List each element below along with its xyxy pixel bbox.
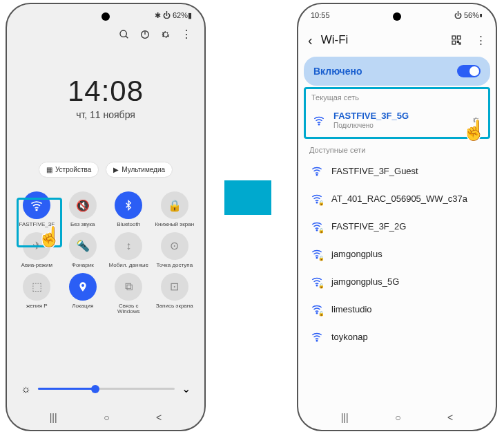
clock-date: чт, 11 ноября [7,109,204,120]
svg-point-14 [316,257,318,258]
slider-thumb[interactable] [91,385,99,393]
nav-home[interactable]: ○ [104,412,109,423]
wifi-icon [311,164,323,177]
brightness-slider[interactable]: ☼ ⌄ [21,382,191,395]
current-network-row[interactable]: FASTFIVE_3F_5G Подключено [306,103,488,137]
page-title: Wi-Fi [321,33,437,47]
status-bar: ✱ ⏻ 62%▮ [155,11,192,20]
chevron-down-icon[interactable]: ⌄ [182,382,191,395]
network-name: limestudio [331,304,372,314]
tile-icon: ⧉ [115,273,142,301]
slider-track[interactable] [38,388,175,390]
status-bar: ⏻ 56%▮ [454,11,483,19]
tile-label: Bluetooth [117,222,140,228]
quick-tiles-grid: FASTFIVE_3F🔇Без звукаBluetooth🔒Книжный э… [7,183,204,323]
toggle-label: Включено [313,66,362,77]
svg-rect-7 [452,41,456,44]
quick-tile[interactable]: ✈Авиа-режим [14,232,60,269]
lock-icon: 🔒 [318,256,324,261]
network-row[interactable]: 🔒jamgongplus [304,240,490,267]
network-row[interactable]: 🔒FASTFIVE_3F_2G [304,212,490,240]
network-name: AT_401_RAC_056905_WW_c37a [331,194,467,204]
chip-media[interactable]: ▶Мультимедиа [106,162,173,178]
quick-tile[interactable]: ⊡Запись экрана [152,273,198,316]
wifi-header: ‹ Wi-Fi ⋮ [298,28,496,53]
tile-label: Мобил. данные [108,263,148,269]
tile-label: Авиа-режим [21,263,52,269]
network-row[interactable]: toykonap [304,323,490,350]
quick-tile[interactable]: Bluetooth [106,191,152,228]
network-name: FASTFIVE_3F_Guest [331,166,418,176]
tile-label: FASTFIVE_3F [19,222,55,228]
tile-icon [115,191,142,219]
phone-quick-panel: ✱ ⏻ 62%▮ ⋮ 14:08 чт, 11 ноября ▦Устройст… [6,3,206,431]
nav-home[interactable]: ○ [395,412,400,423]
network-gear-icon[interactable] [472,115,481,125]
nav-bar: ||| ○ < [7,412,204,423]
section-available-label: Доступные сети [304,139,490,157]
camera-punchhole [393,12,401,21]
power-icon[interactable] [139,29,151,40]
panel-chips: ▦Устройства ▶Мультимедиа [7,162,204,178]
quick-tile[interactable]: Локация [60,273,106,316]
tile-icon: ✈ [23,232,50,260]
tile-icon [69,273,97,301]
quick-tile[interactable]: ⊙Точка доступа [152,232,198,269]
tile-label: жения Р [26,303,48,310]
quick-tile[interactable]: FASTFIVE_3F [14,191,60,228]
search-icon[interactable] [119,29,130,40]
svg-rect-8 [457,41,458,42]
chip-label: Устройства [55,166,91,173]
nav-back[interactable]: < [156,412,162,423]
toggle-switch[interactable] [457,65,481,77]
svg-point-13 [316,229,318,231]
svg-point-16 [316,312,318,314]
tile-label: Локация [72,303,93,310]
wifi-icon: 🔒 [311,192,323,205]
available-networks-list: FASTFIVE_3F_Guest🔒AT_401_RAC_056905_WW_c… [304,157,490,350]
clock-time: 14:08 [7,75,204,108]
lock-icon: 🔒 [318,311,324,317]
network-name: jamgongplus_5G [331,276,399,287]
wifi-toggle-row[interactable]: Включено [304,57,490,86]
chip-label: Мультимедиа [122,166,165,173]
network-row[interactable]: 🔒AT_401_RAC_056905_WW_c37a [304,185,490,212]
quick-tile[interactable]: 🔒Книжный экран [152,191,198,228]
step-arrow [224,180,271,215]
tile-label: Книжный экран [155,222,194,228]
back-button[interactable]: ‹ [308,32,313,48]
panel-actions: ⋮ [119,28,192,41]
tile-label: Связь с Windows [108,303,149,316]
network-row[interactable]: 🔒jamgongplus_5G [304,267,490,295]
svg-point-10 [318,124,320,125]
quick-tile[interactable]: 🔦Фонарик [60,232,106,269]
quick-tile[interactable]: ⧉Связь с Windows [106,273,152,316]
more-icon[interactable]: ⋮ [181,28,192,41]
network-row[interactable]: 🔒limestudio [304,295,490,323]
quick-tile[interactable]: ⬚жения Р [14,273,60,316]
tile-icon: 🔇 [69,191,97,219]
quick-tile[interactable]: 🔇Без звука [60,191,106,228]
section-current-label: Текущая сеть [306,89,488,103]
nav-recents[interactable]: ||| [341,412,349,423]
status-right-text: ⏻ 56%▮ [454,11,483,19]
tile-label: Без звука [70,222,95,228]
svg-point-4 [36,209,37,211]
more-icon[interactable]: ⋮ [476,34,486,46]
gear-icon[interactable] [160,29,171,40]
nav-recents[interactable]: ||| [50,412,57,423]
network-row[interactable]: FASTFIVE_3F_Guest [304,157,490,185]
qr-icon[interactable] [451,35,462,46]
quick-tile[interactable]: ↕Мобил. данные [106,232,152,269]
nav-back[interactable]: < [447,412,453,423]
svg-rect-6 [457,36,461,39]
tile-icon: 🔦 [69,232,97,260]
nav-bar: ||| ○ < [298,412,496,423]
wifi-icon: 🔒 [311,303,323,315]
svg-point-15 [316,285,318,286]
tile-label: Точка доступа [156,263,193,269]
tile-icon: ⬚ [23,273,50,301]
camera-punchhole [101,12,110,21]
svg-rect-9 [459,43,461,44]
chip-devices[interactable]: ▦Устройства [39,162,99,178]
